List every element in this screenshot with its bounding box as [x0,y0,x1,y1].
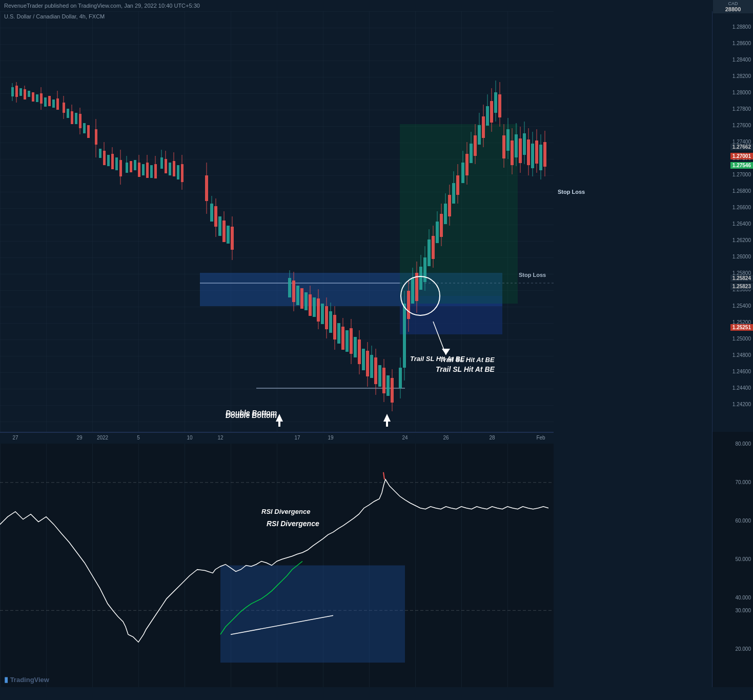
header-text: RevenueTrader published on TradingView.c… [4,3,200,9]
svg-rect-133 [374,357,377,384]
svg-rect-209 [502,135,505,158]
svg-rect-212 [506,129,510,151]
svg-rect-26 [48,96,51,106]
svg-rect-90 [231,227,234,250]
price-label-12760: 1.27600 [732,123,751,128]
svg-rect-124 [358,339,361,364]
svg-rect-108 [325,306,328,329]
svg-rect-198 [486,106,489,126]
rsi-label-20: 20.000 [735,646,751,652]
svg-rect-78 [205,175,208,201]
price-badge-1: 1.27662 [730,144,753,150]
rsi-label-80: 80.000 [735,441,751,447]
chart-title: U.S. Dollar / Canadian Dollar, 4h, FXCM [4,13,105,19]
time-label-2022: 2022 [97,435,108,441]
price-badge-red: 1.27001 [730,153,753,159]
svg-rect-10 [11,87,14,96]
svg-rect-120 [350,328,353,354]
svg-rect-59 [138,163,140,177]
svg-rect-119 [345,330,349,352]
svg-rect-104 [317,298,320,322]
price-label-12860: 1.28600 [732,41,751,46]
svg-rect-34 [71,111,73,124]
svg-rect-3 [0,11,554,432]
svg-rect-49 [111,154,114,169]
svg-rect-87 [222,221,226,242]
svg-rect-158 [419,267,422,290]
price-label-12440: 1.24400 [732,385,751,391]
cad-label: CAD [715,1,751,6]
svg-rect-127 [362,349,365,370]
svg-rect-206 [498,94,501,117]
main-chart-svg [0,11,554,432]
time-axis: 27 29 2022 5 10 12 17 19 24 26 28 Feb [0,432,554,444]
svg-rect-140 [386,375,390,396]
svg-rect-224 [523,133,526,155]
svg-rect-33 [67,109,69,118]
svg-rect-13 [15,86,18,97]
svg-marker-245 [276,414,283,422]
rsi-axis: 70.000 60.000 50.000 40.000 30.000 20.00… [712,432,753,687]
svg-rect-20 [32,92,34,102]
svg-rect-64 [150,165,153,178]
svg-rect-123 [354,337,357,357]
svg-rect-4 [200,273,502,306]
trail-sl-text: Trail SL Hit At BE [436,365,495,373]
svg-rect-40 [83,123,86,133]
price-label-12620: 1.26200 [732,237,751,243]
rsi-panel: BE-RSI RSI Divergence [0,432,554,687]
svg-rect-175 [448,195,451,216]
time-label-19: 19 [328,435,333,441]
svg-rect-46 [103,151,106,165]
time-label-feb: Feb [536,435,545,441]
price-label-12840: 1.28400 [732,57,751,63]
svg-rect-248 [386,422,388,427]
svg-rect-160 [423,257,426,282]
svg-rect-58 [134,160,136,170]
svg-rect-98 [296,286,299,305]
time-label-26: 26 [443,435,449,441]
svg-rect-22 [40,93,43,104]
svg-rect-27 [52,99,55,108]
svg-rect-81 [210,204,213,222]
rsi-label-40: 40.000 [735,595,751,601]
svg-rect-137 [382,368,385,393]
svg-rect-28 [56,98,59,110]
svg-rect-99 [300,288,303,309]
svg-rect-215 [511,141,514,165]
chart-header: RevenueTrader published on TradingView.c… [0,0,753,11]
svg-rect-16 [19,88,22,96]
time-label-27: 27 [12,435,18,441]
svg-rect-62 [146,163,149,178]
price-label-12480: 1.24800 [732,352,751,358]
svg-rect-195 [482,116,485,138]
time-label-12: 12 [217,435,223,441]
svg-rect-246 [278,422,280,427]
svg-rect-107 [321,304,324,324]
rsi-label-70: 70.000 [735,479,751,485]
svg-rect-163 [428,239,431,266]
tradingview-logo: ▮ TradingView [4,675,49,684]
svg-rect-41 [87,125,90,138]
chart-container: RevenueTrader published on TradingView.c… [0,0,753,700]
svg-rect-111 [329,311,332,333]
price-label-12680: 1.26800 [732,188,751,194]
svg-rect-173 [444,204,447,224]
svg-rect-37 [79,114,82,128]
svg-rect-141 [391,378,394,403]
svg-rect-203 [494,92,497,113]
tv-logo-text: TradingView [10,676,49,684]
svg-rect-117 [341,327,344,350]
time-label-29: 29 [76,435,82,441]
svg-rect-42 [95,129,97,145]
svg-rect-101 [309,294,312,316]
svg-rect-116 [337,323,340,344]
price-badge-green: 1.27546 [730,162,753,169]
svg-rect-227 [527,139,530,165]
price-label-12660: 1.26600 [732,205,751,210]
rsi-label-60: 60.000 [735,518,751,524]
svg-rect-17 [24,89,26,99]
svg-rect-89 [227,226,230,244]
price-label-12640: 1.26400 [732,221,751,227]
svg-rect-136 [378,365,381,387]
